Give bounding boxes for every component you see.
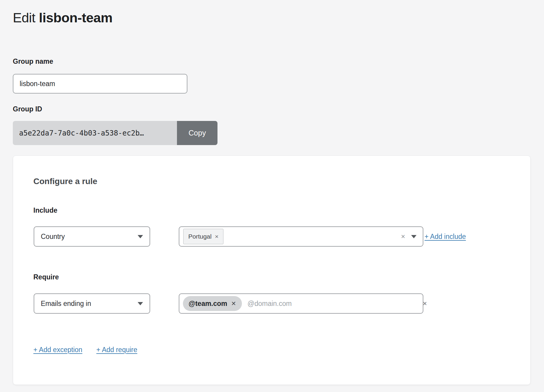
group-name-label: Group name	[13, 57, 53, 66]
rule-footer-links: + Add exception + Add require	[33, 346, 137, 354]
group-name-input[interactable]	[13, 74, 187, 94]
add-require-link[interactable]: + Add require	[96, 346, 137, 354]
page-title: Edit lisbon-team	[13, 10, 113, 26]
group-id-label: Group ID	[13, 105, 42, 113]
require-selector-dropdown[interactable]: Emails ending in	[34, 293, 150, 314]
include-value-multiselect[interactable]: Portugal × ×	[179, 226, 423, 247]
require-domain-input[interactable]	[248, 300, 418, 308]
chevron-down-icon	[138, 302, 143, 305]
require-label: Require	[33, 273, 59, 281]
add-include-link[interactable]: + Add include	[425, 233, 466, 241]
add-exception-link[interactable]: + Add exception	[33, 346, 82, 354]
group-id-row: a5e22da7-7a0c-4b03-a538-ec2b… Copy	[13, 121, 217, 145]
remove-tag-icon[interactable]: ✕	[231, 300, 236, 307]
rule-card: Configure a rule Include Country Portuga…	[13, 155, 531, 385]
include-rule-row: Country Portugal × × + Add include	[34, 226, 511, 247]
require-tag-label: @team.com	[189, 300, 227, 308]
require-value-input[interactable]: @team.com ✕	[179, 293, 423, 314]
require-rule-row: Emails ending in @team.com ✕ ×	[34, 293, 511, 314]
remove-rule-icon[interactable]: ×	[423, 300, 427, 307]
include-label: Include	[33, 206, 57, 214]
include-selector-value: Country	[41, 233, 65, 241]
page-title-prefix: Edit	[13, 10, 35, 25]
remove-tag-icon[interactable]: ×	[215, 233, 218, 240]
require-selector-value: Emails ending in	[41, 300, 91, 308]
chevron-down-icon[interactable]	[411, 235, 416, 238]
chevron-down-icon	[138, 235, 143, 238]
require-tag-pill: @team.com ✕	[183, 296, 242, 311]
copy-button[interactable]: Copy	[177, 121, 217, 145]
group-id-value: a5e22da7-7a0c-4b03-a538-ec2b…	[13, 121, 177, 145]
include-selector-dropdown[interactable]: Country	[34, 226, 150, 247]
clear-selection-icon[interactable]: ×	[401, 233, 405, 240]
include-tag: Portugal ×	[183, 229, 223, 244]
multiselect-controls: ×	[401, 233, 416, 240]
page-title-group-name: lisbon-team	[39, 10, 113, 25]
rule-card-heading: Configure a rule	[33, 177, 97, 186]
include-tag-label: Portugal	[188, 233, 212, 240]
